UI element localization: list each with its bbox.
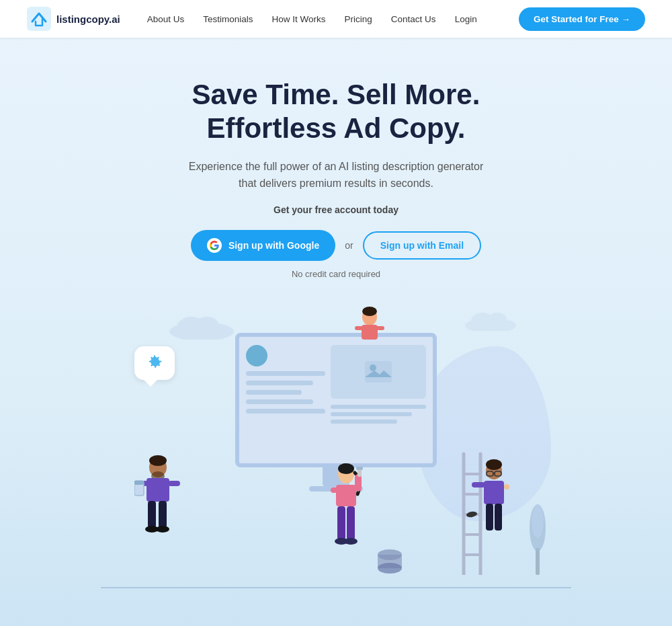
nav-links: About Us Testimonials How It Works Prici… — [147, 14, 519, 24]
speech-bubble — [134, 346, 175, 380]
signup-email-button[interactable]: Sign up with Email — [363, 231, 481, 260]
svg-point-27 — [338, 463, 354, 474]
hero-free-account-text: Get your free account today — [13, 204, 659, 215]
svg-rect-33 — [337, 506, 345, 540]
svg-rect-0 — [27, 7, 51, 31]
character-right — [457, 440, 511, 575]
nav-pricing[interactable]: Pricing — [345, 14, 372, 24]
nav-contact-us[interactable]: Contact Us — [391, 14, 436, 24]
svg-rect-31 — [356, 467, 363, 470]
hero-illustration — [101, 306, 571, 588]
get-started-button[interactable]: Get Started for Free → — [519, 7, 645, 31]
svg-point-8 — [370, 364, 376, 371]
svg-point-57 — [532, 504, 544, 538]
nav-testimonials[interactable]: Testimonials — [203, 14, 253, 24]
svg-rect-19 — [168, 481, 180, 486]
svg-point-16 — [149, 455, 167, 466]
svg-rect-22 — [148, 501, 156, 528]
decorative-tree — [524, 494, 551, 575]
cta-buttons: Sign up with Google or Sign up with Emai… — [13, 230, 659, 261]
svg-rect-51 — [504, 484, 509, 490]
ground-line — [101, 587, 571, 588]
nav-how-it-works[interactable]: How It Works — [272, 14, 326, 24]
signup-google-button[interactable]: Sign up with Google — [191, 230, 335, 261]
navbar: listingcopy.ai About Us Testimonials How… — [0, 0, 672, 38]
svg-point-6 — [488, 313, 507, 327]
character-left — [134, 454, 181, 548]
svg-point-36 — [344, 538, 358, 545]
hero-subtitle: Experience the full power of an AI listi… — [188, 158, 484, 192]
svg-point-3 — [195, 317, 219, 336]
character-center — [323, 461, 370, 568]
svg-rect-32 — [331, 487, 337, 493]
nav-about-us[interactable]: About Us — [147, 14, 185, 24]
svg-point-25 — [156, 526, 169, 533]
svg-rect-34 — [347, 506, 355, 540]
hero-title: Save Time. Sell More. Effortless Ad Copy… — [13, 78, 659, 146]
svg-rect-28 — [336, 485, 356, 506]
svg-rect-12 — [355, 326, 363, 330]
svg-rect-52 — [486, 504, 493, 531]
logo[interactable]: listingcopy.ai — [27, 7, 120, 31]
character-top — [349, 306, 390, 353]
svg-rect-49 — [484, 481, 504, 504]
svg-rect-21 — [134, 481, 144, 485]
svg-point-60 — [378, 563, 402, 574]
or-separator: or — [345, 240, 353, 251]
decorative-bucket — [376, 548, 403, 575]
svg-point-48 — [486, 459, 502, 470]
hero-section: Save Time. Sell More. Effortless Ad Copy… — [0, 38, 672, 626]
google-icon — [207, 238, 222, 253]
svg-rect-11 — [362, 325, 378, 340]
svg-point-10 — [362, 307, 377, 316]
monitor-screen — [235, 333, 437, 467]
brand-name: listingcopy.ai — [56, 13, 120, 25]
svg-rect-50 — [472, 482, 485, 487]
cloud-left — [168, 313, 235, 340]
svg-rect-53 — [495, 504, 502, 531]
no-credit-card-text: No credit card required — [13, 269, 659, 279]
svg-rect-23 — [159, 501, 167, 528]
nav-login[interactable]: Login — [455, 14, 477, 24]
svg-rect-55 — [536, 548, 540, 575]
cloud-right — [464, 309, 517, 331]
svg-rect-17 — [146, 478, 169, 502]
svg-point-54 — [466, 511, 477, 518]
svg-rect-7 — [365, 361, 392, 383]
svg-rect-13 — [376, 326, 384, 330]
